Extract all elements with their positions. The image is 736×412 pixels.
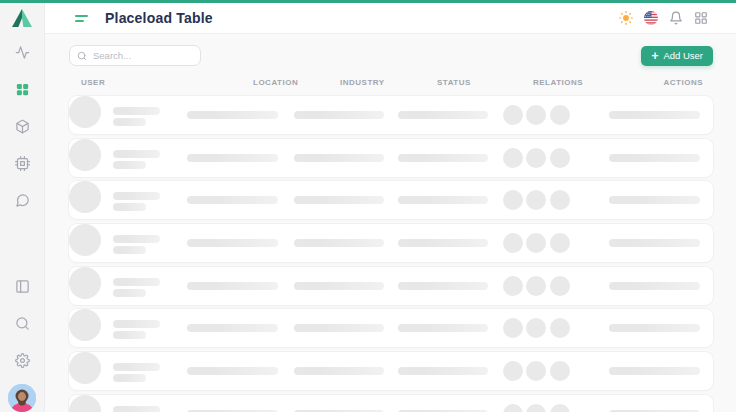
table-row-skeleton xyxy=(69,352,713,390)
skeleton-avatar xyxy=(69,395,101,412)
box-icon[interactable] xyxy=(14,118,30,134)
skeleton-relation-2 xyxy=(526,276,546,296)
skeleton-relation-3 xyxy=(550,318,570,338)
skeleton-status xyxy=(398,196,488,204)
skeleton-actions xyxy=(609,196,700,204)
skeleton-relation-1 xyxy=(503,105,523,125)
skeleton-relation-1 xyxy=(503,276,523,296)
skeleton-relation-1 xyxy=(503,361,523,381)
user-avatar[interactable] xyxy=(8,384,36,412)
apps-grid-icon[interactable] xyxy=(693,11,708,26)
layout-panel-icon[interactable] xyxy=(14,278,30,294)
skeleton-location xyxy=(187,196,278,204)
skeleton-industry xyxy=(294,282,384,290)
toolbar: + Add User xyxy=(69,45,713,66)
skeleton-industry xyxy=(294,367,384,375)
skeleton-avatar xyxy=(69,352,101,384)
skeleton-user-name xyxy=(113,150,160,158)
skeleton-user-name xyxy=(113,278,160,286)
skeleton-avatar xyxy=(69,224,101,256)
skeleton-user-name xyxy=(113,192,160,200)
skeleton-relation-2 xyxy=(526,233,546,253)
main-area: Placeload Table xyxy=(45,3,736,412)
skeleton-status xyxy=(398,282,488,290)
skeleton-status xyxy=(398,324,488,332)
skeleton-relation-2 xyxy=(526,318,546,338)
menu-toggle-icon[interactable] xyxy=(75,15,88,22)
add-user-label: Add User xyxy=(663,50,703,61)
skeleton-industry xyxy=(294,324,384,332)
app-logo-icon[interactable] xyxy=(11,8,33,28)
top-accent-bar xyxy=(0,0,736,3)
skeleton-relation-3 xyxy=(550,276,570,296)
skeleton-actions xyxy=(609,367,700,375)
skeleton-relation-1 xyxy=(503,190,523,210)
skeleton-user-subtext xyxy=(113,246,146,254)
table-body xyxy=(69,96,713,412)
skeleton-relation-2 xyxy=(526,190,546,210)
skeleton-relation-3 xyxy=(550,233,570,253)
column-actions: ACTIONS xyxy=(664,78,704,88)
search-icon xyxy=(77,51,87,61)
table-row-skeleton xyxy=(69,309,713,347)
skeleton-user-name xyxy=(113,320,160,328)
table-header: USER LOCATION INDUSTRY STATUS RELATIONS … xyxy=(69,78,713,88)
skeleton-location xyxy=(187,282,278,290)
skeleton-industry xyxy=(294,239,384,247)
skeleton-actions xyxy=(609,154,700,162)
skeleton-relation-3 xyxy=(550,190,570,210)
page-title: Placeload Table xyxy=(105,10,213,26)
skeleton-user-subtext xyxy=(113,203,146,211)
skeleton-relation-1 xyxy=(503,404,523,412)
skeleton-relation-3 xyxy=(550,105,570,125)
bell-icon[interactable] xyxy=(668,11,683,26)
skeleton-user-subtext xyxy=(113,289,146,297)
us-flag-icon[interactable] xyxy=(643,11,658,26)
skeleton-actions xyxy=(609,282,700,290)
gear-icon[interactable] xyxy=(14,352,30,368)
add-user-button[interactable]: + Add User xyxy=(641,46,713,66)
skeleton-user-subtext xyxy=(113,161,146,169)
skeleton-industry xyxy=(294,111,384,119)
skeleton-location xyxy=(187,111,278,119)
search-icon[interactable] xyxy=(14,315,30,331)
skeleton-actions xyxy=(609,324,700,332)
table-row-skeleton xyxy=(69,139,713,177)
table-row-skeleton xyxy=(69,224,713,262)
skeleton-avatar xyxy=(69,181,101,213)
skeleton-industry xyxy=(294,154,384,162)
grid-icon[interactable] xyxy=(14,81,30,97)
skeleton-location xyxy=(187,154,278,162)
plus-icon: + xyxy=(651,50,658,62)
skeleton-relation-2 xyxy=(526,361,546,381)
skeleton-industry xyxy=(294,196,384,204)
skeleton-status xyxy=(398,111,488,119)
search-input[interactable] xyxy=(93,50,193,61)
cpu-icon[interactable] xyxy=(14,155,30,171)
skeleton-relation-3 xyxy=(550,361,570,381)
skeleton-location xyxy=(187,367,278,375)
chat-bubble-icon[interactable] xyxy=(14,192,30,208)
skeleton-avatar xyxy=(69,309,101,341)
column-industry: INDUSTRY xyxy=(340,78,385,88)
skeleton-actions xyxy=(609,111,700,119)
skeleton-user-subtext xyxy=(113,118,146,126)
skeleton-avatar xyxy=(69,267,101,299)
content-area: + Add User USER LOCATION INDUSTRY STATUS… xyxy=(45,34,736,412)
skeleton-location xyxy=(187,239,278,247)
skeleton-relation-2 xyxy=(526,148,546,168)
skeleton-user-name xyxy=(113,107,160,115)
skeleton-user-name xyxy=(113,363,160,371)
skeleton-status xyxy=(398,154,488,162)
skeleton-status xyxy=(398,367,488,375)
table-row-skeleton xyxy=(69,395,713,412)
sun-icon[interactable] xyxy=(618,11,633,26)
activity-icon[interactable] xyxy=(14,44,30,60)
skeleton-avatar xyxy=(69,139,101,171)
table-row-skeleton xyxy=(69,181,713,219)
column-status: STATUS xyxy=(437,78,471,88)
skeleton-relation-3 xyxy=(550,404,570,412)
page-header: Placeload Table xyxy=(45,3,736,34)
skeleton-avatar xyxy=(69,96,101,128)
skeleton-status xyxy=(398,239,488,247)
